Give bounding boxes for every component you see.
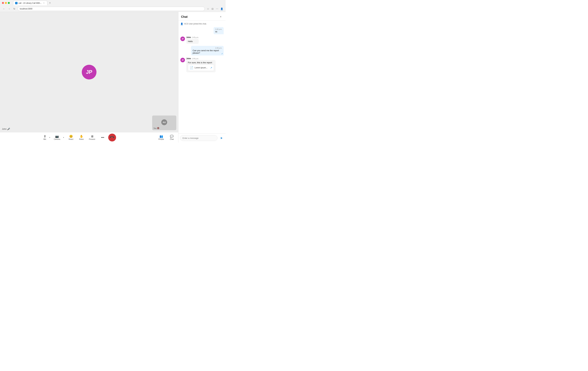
more-button[interactable]: ••• <box>98 134 108 142</box>
self-mic-muted-icon: 🔇 <box>157 127 159 129</box>
msg-header-2: John 1:43 p.m. <box>186 36 199 39</box>
browser-chrome: A call - UI Library Call With... × + ← →… <box>0 0 226 12</box>
star-button[interactable]: ☆ <box>206 7 210 11</box>
chat-close-button[interactable]: × <box>218 14 223 19</box>
raise-label: Raise <box>79 138 84 140</box>
mic-chevron-button[interactable]: ▾ <box>48 134 52 142</box>
chat-messages: 👤 ACS User joined the chat. 1:42 p.m. Hi… <box>178 21 226 133</box>
msg-bubble-left-4: For sure, this is the report 📄 Lorem ips… <box>186 60 216 72</box>
self-label-text: You <box>153 127 157 129</box>
mic-button[interactable]: 🎙 Mic <box>42 134 48 142</box>
tab-bar: A call - UI Library Call With... × + <box>11 1 54 5</box>
minimize-traffic-light[interactable] <box>5 2 7 4</box>
chat-input[interactable] <box>180 135 217 141</box>
chat-label: Chat <box>170 138 174 140</box>
msg-sender-2: John <box>186 36 191 39</box>
control-bar: 🎙 Mic ▾ 📷 Camera ▾ <box>0 132 178 143</box>
chat-close-icon: × <box>220 15 221 18</box>
msg-text-4: For sure, this is the report <box>188 61 214 64</box>
more-icon: ••• <box>101 136 104 139</box>
mic-label: Mic <box>43 138 46 140</box>
refresh-button[interactable]: ↻ <box>12 7 16 11</box>
msg-content-2: John 1:43 p.m. Hello <box>186 36 199 44</box>
msg-timestamp-3: 1:43 p.m. <box>193 47 222 49</box>
browser-titlebar: A call - UI Library Call With... × + <box>0 0 226 6</box>
react-button[interactable]: 😊 React <box>66 134 76 142</box>
more-button[interactable]: ⋯ <box>215 7 219 11</box>
chat-button[interactable]: 💬 Chat <box>167 134 176 142</box>
present-button[interactable]: 🖥 Present <box>87 134 97 142</box>
camera-chevron-icon: ▾ <box>63 136 64 138</box>
participant-name-label: John 🎤̶ <box>2 128 10 130</box>
present-label: Present <box>89 138 95 140</box>
system-message: 👤 ACS User joined the chat. <box>180 22 224 25</box>
self-avatar: AU <box>161 119 167 125</box>
browser-tab[interactable]: A call - UI Library Call With... × <box>13 1 47 5</box>
new-tab-button[interactable]: + <box>48 1 52 5</box>
msg-avatar-john-1: JP <box>180 37 185 41</box>
system-message-text: ACS User joined the chat. <box>184 23 207 25</box>
mic-button-group: 🎙 Mic ▾ <box>42 134 52 142</box>
people-icon: 👥 <box>159 135 163 138</box>
browser-addressbar: ← → ↻ localhost:3000 ☆ ⊡ ⋯ 👤 <box>0 6 226 12</box>
attachment-card[interactable]: 📄 Lorem ipsum... ↗ <box>188 64 214 71</box>
msg-check-icon: ✓ <box>221 52 223 55</box>
message-left-4: JP John 1:44 p.m. For sure, this is the … <box>180 57 224 72</box>
control-bar-right: 👥 People 💬 Chat <box>156 134 176 142</box>
participant-avatar: JP <box>82 65 96 80</box>
profile-button[interactable]: 👤 <box>220 7 224 11</box>
raise-button[interactable]: ✋ Raise <box>77 134 86 142</box>
chat-icon: 💬 <box>170 135 174 138</box>
people-button[interactable]: 👥 People <box>156 134 167 142</box>
msg-sender-4: John <box>186 57 191 60</box>
split-button[interactable]: ⊡ <box>210 7 214 11</box>
message-bubble-right-3: 1:43 p.m. Can you send me the report ple… <box>191 46 224 55</box>
msg-timestamp-4: 1:44 p.m. <box>192 58 199 60</box>
msg-text-3: Can you send me the report please? <box>193 49 222 54</box>
self-view: AU You 🔇 <box>152 115 176 130</box>
attachment-icon: 📄 <box>190 66 193 70</box>
msg-header-4: John 1:44 p.m. <box>186 57 216 60</box>
app-container: JP John 🎤̶ AU You 🔇 <box>0 12 226 143</box>
chat-input-area: ➤ <box>178 133 226 143</box>
mic-chevron-icon: ▾ <box>49 136 50 138</box>
attachment-open-icon[interactable]: ↗ <box>210 66 212 69</box>
forward-button[interactable]: → <box>7 7 11 11</box>
message-bubble-right-1: 1:42 p.m. Hi <box>213 27 224 34</box>
browser-actions: ☆ ⊡ ⋯ 👤 <box>206 7 224 11</box>
participant-mic-muted-icon: 🎤̶ <box>7 128 10 130</box>
msg-text-2: Hello <box>188 40 197 42</box>
chat-panel: Chat × 👤 ACS User joined the chat. 1:42 … <box>178 12 226 143</box>
maximize-traffic-light[interactable] <box>8 2 10 4</box>
react-icon: 😊 <box>69 135 73 138</box>
msg-timestamp-2: 1:43 p.m. <box>192 37 199 38</box>
raise-icon: ✋ <box>80 135 83 138</box>
participant-name-text: John <box>2 128 7 130</box>
tab-favicon: A <box>15 2 18 4</box>
close-traffic-light[interactable] <box>2 2 4 4</box>
message-right-1: 1:42 p.m. Hi <box>180 27 224 34</box>
camera-chevron-button[interactable]: ▾ <box>62 134 65 142</box>
end-call-button[interactable]: 📞 <box>108 134 116 142</box>
camera-label: Camera <box>54 138 60 140</box>
control-bar-center: 🎙 Mic ▾ 📷 Camera ▾ <box>2 134 156 142</box>
chat-title: Chat <box>181 15 188 19</box>
call-area: JP John 🎤̶ AU You 🔇 <box>0 12 178 143</box>
system-message-icon: 👤 <box>180 22 183 25</box>
tab-title: call - UI Library Call With... <box>19 2 42 4</box>
participant-initials: JP <box>86 69 92 75</box>
chat-send-button[interactable]: ➤ <box>219 135 224 141</box>
present-icon: 🖥 <box>91 135 94 138</box>
address-bar[interactable]: localhost:3000 <box>18 7 205 11</box>
traffic-lights <box>2 2 10 4</box>
tab-close-button[interactable]: × <box>42 2 45 4</box>
people-label: People <box>158 138 164 140</box>
camera-button[interactable]: 📷 Camera <box>52 134 62 142</box>
self-label: You 🔇 <box>153 127 159 129</box>
msg-bubble-left-2: Hello <box>186 39 199 44</box>
back-button[interactable]: ← <box>2 7 6 11</box>
msg-timestamp-1: 1:42 p.m. <box>215 28 222 30</box>
attachment-name: Lorem ipsum... <box>195 67 209 69</box>
chat-send-icon: ➤ <box>220 136 223 140</box>
message-right-3: 1:43 p.m. Can you send me the report ple… <box>180 46 224 55</box>
